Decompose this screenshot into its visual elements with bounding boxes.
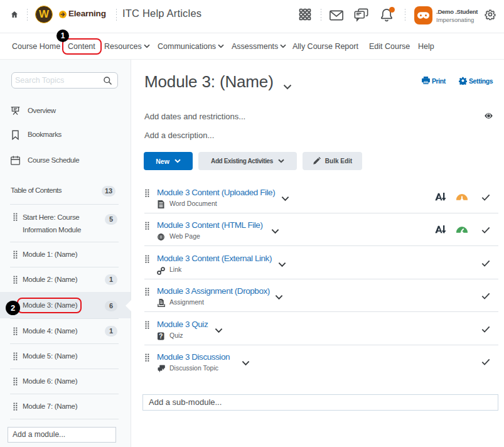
svg-text:?: ? bbox=[159, 332, 163, 340]
